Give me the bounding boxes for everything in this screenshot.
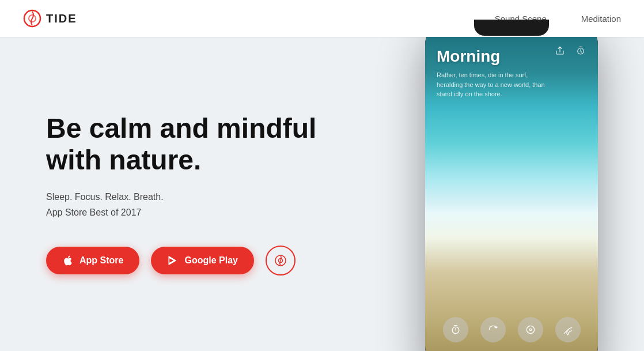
phone-share-icon[interactable] <box>552 43 568 59</box>
app-store-label: App Store <box>79 255 123 266</box>
status-time: 9:41 <box>434 24 447 31</box>
phone-body: 9:41 ▪▪▪ WiFi ▮ Morning Rather, ten time… <box>425 20 598 351</box>
status-icons: ▪▪▪ WiFi ▮ <box>566 25 589 31</box>
main-content: Be calm and mindful with nature. Sleep. … <box>0 37 644 351</box>
hero-left: Be calm and mindful with nature. Sleep. … <box>0 112 334 276</box>
phone-mockup: 9:41 ▪▪▪ WiFi ▮ Morning Rather, ten time… <box>425 20 598 351</box>
battery-icon: ▮ <box>586 25 589 31</box>
google-play-button[interactable]: Google Play <box>151 247 253 274</box>
cta-buttons: App Store Google Play <box>46 246 334 275</box>
app-store-button[interactable]: App Store <box>46 247 139 274</box>
hero-right: 9:41 ▪▪▪ WiFi ▮ Morning Rather, ten time… <box>334 37 644 351</box>
phone-action-icons <box>552 43 589 59</box>
status-bar: 9:41 ▪▪▪ WiFi ▮ <box>434 24 589 31</box>
apple-icon <box>62 255 74 266</box>
phone-content: Morning Rather, ten times, die in the su… <box>425 20 598 351</box>
signal-icon: ▪▪▪ <box>566 25 572 31</box>
wifi-icon: WiFi <box>574 25 584 31</box>
logo-text: TIDE <box>46 12 77 25</box>
google-play-label: Google Play <box>184 255 237 266</box>
google-play-icon <box>167 255 179 266</box>
tide-circle-icon <box>274 254 287 267</box>
hero-subtext2: App Store Best of 2017 <box>46 207 334 218</box>
hero-headline: Be calm and mindful with nature. <box>46 112 334 176</box>
headline-line2: with nature. <box>46 145 201 175</box>
headline-line1: Be calm and mindful <box>46 113 316 144</box>
phone-screen-subtitle: Rather, ten times, die in the surf, hera… <box>437 70 552 99</box>
circle-icon-button[interactable] <box>266 246 296 275</box>
hero-subtext1: Sleep. Focus. Relax. Breath. <box>46 190 334 205</box>
tide-logo-icon <box>23 9 41 28</box>
logo[interactable]: TIDE <box>23 9 77 28</box>
phone-screen-title: Morning <box>437 47 552 66</box>
phone-timer-icon[interactable] <box>573 43 589 59</box>
